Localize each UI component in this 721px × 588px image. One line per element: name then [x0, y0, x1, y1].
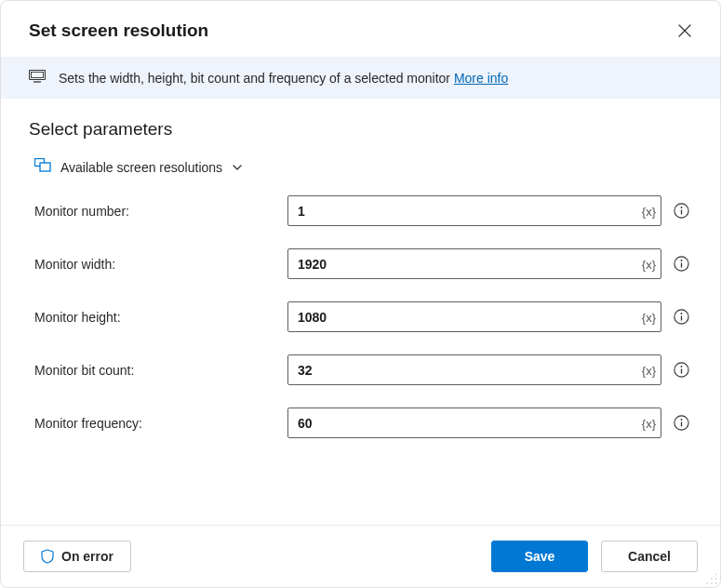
info-icon: [674, 203, 689, 219]
monitor-height-label: Monitor height:: [34, 310, 287, 325]
monitor-width-label: Monitor width:: [34, 257, 287, 272]
dialog: Set screen resolution Sets the width, he…: [0, 0, 721, 588]
svg-point-20: [715, 573, 717, 575]
field-row-monitor-bit-count: Monitor bit count: {x}: [29, 354, 692, 385]
field-row-monitor-height: Monitor height: {x}: [29, 301, 692, 332]
close-icon: [678, 24, 691, 37]
svg-rect-1: [32, 73, 44, 78]
save-button[interactable]: Save: [491, 541, 588, 572]
svg-point-24: [711, 582, 713, 584]
svg-point-22: [711, 578, 713, 580]
monitor-frequency-input-wrap: {x}: [287, 408, 661, 438]
on-error-label: On error: [61, 549, 113, 564]
monitor-icon: [29, 70, 46, 86]
more-info-link[interactable]: More info: [454, 71, 508, 86]
svg-point-25: [706, 582, 708, 584]
monitor-height-input[interactable]: [287, 301, 661, 332]
chevron-down-icon: [232, 162, 243, 173]
svg-point-15: [680, 366, 682, 368]
monitor-frequency-input[interactable]: [287, 408, 661, 438]
expression-button[interactable]: {x}: [642, 257, 656, 271]
monitor-bit-count-label: Monitor bit count:: [34, 363, 287, 378]
info-icon: [674, 256, 689, 272]
monitor-frequency-info[interactable]: [671, 413, 691, 434]
svg-point-12: [680, 313, 682, 314]
monitor-bit-count-info[interactable]: [671, 360, 691, 381]
expression-button[interactable]: {x}: [642, 204, 656, 218]
footer-actions: Save Cancel: [491, 541, 698, 572]
svg-point-23: [715, 582, 717, 584]
monitor-bit-count-input[interactable]: [287, 354, 661, 385]
monitor-bit-count-input-wrap: {x}: [287, 354, 661, 385]
info-banner-text: Sets the width, height, bit count and fr…: [59, 71, 508, 86]
monitor-number-label: Monitor number:: [34, 204, 287, 219]
field-row-monitor-frequency: Monitor frequency: {x}: [29, 408, 692, 438]
resolutions-icon: [34, 158, 51, 177]
monitor-frequency-label: Monitor frequency:: [34, 416, 287, 431]
svg-rect-0: [30, 71, 46, 80]
available-resolutions-toggle[interactable]: Available screen resolutions: [34, 158, 692, 177]
monitor-number-input-wrap: {x}: [287, 195, 661, 226]
dialog-title: Set screen resolution: [29, 20, 208, 41]
dialog-content: Select parameters Available screen resol…: [1, 99, 720, 525]
monitor-number-info[interactable]: [671, 201, 691, 221]
on-error-button[interactable]: On error: [23, 541, 131, 572]
svg-point-9: [680, 260, 682, 261]
svg-rect-4: [40, 163, 50, 171]
monitor-width-info[interactable]: [671, 254, 691, 274]
expression-button[interactable]: {x}: [642, 416, 656, 430]
monitor-height-input-wrap: {x}: [287, 301, 661, 332]
svg-point-21: [715, 578, 717, 580]
monitor-width-input[interactable]: [287, 248, 661, 279]
field-row-monitor-width: Monitor width: {x}: [29, 248, 692, 279]
info-icon: [674, 309, 689, 325]
info-banner: Sets the width, height, bit count and fr…: [1, 57, 720, 99]
close-button[interactable]: [672, 18, 698, 44]
shield-icon: [41, 549, 54, 564]
svg-point-18: [680, 419, 682, 421]
info-icon: [674, 362, 689, 378]
monitor-width-input-wrap: {x}: [287, 248, 661, 279]
available-resolutions-label: Available screen resolutions: [60, 160, 222, 175]
monitor-height-info[interactable]: [671, 307, 691, 327]
info-banner-message: Sets the width, height, bit count and fr…: [59, 71, 454, 86]
resize-grip-icon[interactable]: [705, 572, 718, 585]
monitor-number-input[interactable]: [287, 195, 661, 226]
dialog-header: Set screen resolution: [1, 1, 720, 57]
expression-button[interactable]: {x}: [642, 310, 656, 324]
expression-button[interactable]: {x}: [642, 363, 656, 377]
dialog-footer: On error Save Cancel: [1, 525, 720, 587]
svg-point-6: [680, 207, 682, 208]
info-icon: [674, 415, 689, 431]
cancel-button[interactable]: Cancel: [601, 541, 698, 572]
field-row-monitor-number: Monitor number: {x}: [29, 195, 692, 226]
section-title: Select parameters: [29, 119, 692, 140]
